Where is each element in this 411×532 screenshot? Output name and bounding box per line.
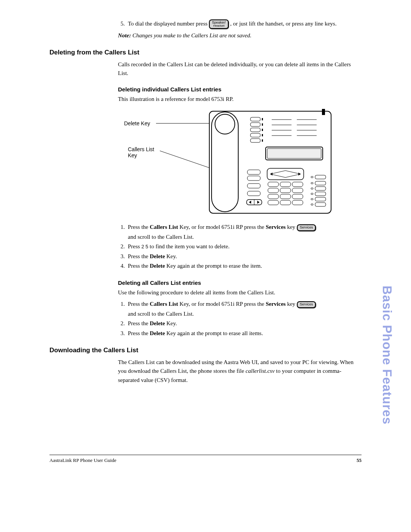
bold: Delete bbox=[150, 253, 165, 259]
heading-all: Deleting all Callers List entries bbox=[118, 280, 362, 286]
deleting-body: Calls recorded in the Callers List can b… bbox=[118, 60, 362, 339]
svg-rect-55 bbox=[315, 197, 326, 201]
svg-rect-31 bbox=[247, 191, 260, 196]
indiv-step-2: 2. Press 2 5 to find the item you want t… bbox=[118, 242, 362, 252]
heading-deleting: Deleting from the Callers List bbox=[49, 49, 362, 56]
all-step-1: 1. Press the Callers List Key, or for mo… bbox=[118, 299, 362, 319]
step-body: Press the Callers List Key, or for model… bbox=[128, 299, 362, 319]
svg-rect-15 bbox=[262, 129, 263, 131]
text: Key. bbox=[165, 253, 177, 259]
svg-rect-39 bbox=[280, 188, 291, 193]
text: Use the following procedure to delete al… bbox=[118, 288, 362, 297]
svg-rect-16 bbox=[262, 134, 263, 136]
text: Press the bbox=[128, 253, 150, 259]
step-number: 2. bbox=[118, 319, 125, 329]
svg-rect-12 bbox=[250, 139, 260, 142]
bold: Delete bbox=[150, 320, 165, 326]
bold: Delete bbox=[150, 263, 165, 269]
label-callers-list: Callers List Key bbox=[128, 146, 154, 158]
step-number: 3. bbox=[118, 329, 125, 339]
bold: Services bbox=[266, 301, 285, 307]
label-line1: Callers List bbox=[128, 146, 154, 152]
step-number: 3. bbox=[118, 252, 125, 262]
svg-rect-9 bbox=[250, 123, 260, 126]
step-number: 4. bbox=[118, 261, 125, 271]
svg-rect-38 bbox=[268, 188, 279, 193]
bold: Delete bbox=[150, 330, 165, 336]
footer-doc-title: AastraLink RP Phone User Guide bbox=[49, 457, 116, 463]
text: This illustration is a reference for mod… bbox=[118, 95, 362, 104]
speaker-headset-button-icon: Speaker/ Headset bbox=[209, 19, 229, 29]
heading-download: Downloading the Callers List bbox=[49, 347, 362, 354]
bold: Services bbox=[266, 224, 285, 230]
indiv-step-4: 4. Press the Delete Key again at the pro… bbox=[118, 261, 362, 271]
all-step-3: 3. Press the Delete Key again at the pro… bbox=[118, 329, 362, 339]
svg-point-6 bbox=[215, 114, 235, 134]
svg-line-2 bbox=[160, 151, 213, 169]
svg-rect-35 bbox=[268, 182, 279, 187]
svg-rect-54 bbox=[315, 192, 326, 196]
text: , or just lift the handset, or press any… bbox=[230, 21, 337, 27]
download-paragraph: The Callers List can be downloaded using… bbox=[118, 358, 362, 385]
text: and scroll to the Callers List. bbox=[128, 234, 194, 240]
svg-rect-13 bbox=[262, 118, 263, 120]
step-5-block: 5. To dial the displayed number press Sp… bbox=[118, 19, 362, 40]
svg-point-57 bbox=[311, 176, 313, 178]
btn-text: Services bbox=[300, 226, 313, 229]
bold: Callers List bbox=[150, 224, 178, 230]
svg-rect-30 bbox=[247, 184, 260, 188]
text: Press the bbox=[128, 224, 150, 230]
text: To dial the displayed number press bbox=[128, 21, 209, 27]
svg-rect-56 bbox=[315, 203, 326, 206]
step-body: Press the Delete Key. bbox=[128, 319, 362, 329]
svg-point-58 bbox=[311, 182, 313, 184]
text: Key, or for model 6751i RP press the bbox=[178, 224, 266, 230]
filename: callerlist.csv bbox=[245, 368, 274, 374]
svg-point-59 bbox=[311, 188, 313, 189]
text: key bbox=[286, 224, 295, 230]
indiv-step-1: 1. Press the Callers List Key, or for mo… bbox=[118, 222, 362, 242]
text: key bbox=[286, 301, 295, 307]
svg-rect-41 bbox=[268, 194, 279, 199]
heading-indiv: Deleting individual Callers List entries bbox=[118, 86, 362, 93]
svg-point-61 bbox=[311, 198, 313, 200]
btn-text: Services bbox=[300, 303, 313, 306]
svg-rect-29 bbox=[247, 176, 260, 181]
download-body: The Callers List can be downloaded using… bbox=[118, 358, 362, 385]
step-number: 1. bbox=[118, 222, 125, 242]
svg-rect-11 bbox=[250, 133, 260, 137]
note: Note: Changes you make to the Callers Li… bbox=[118, 31, 362, 40]
svg-rect-36 bbox=[280, 182, 291, 187]
text: Key, or for model 6751i RP press the bbox=[178, 301, 266, 307]
bold: Callers List bbox=[150, 301, 178, 307]
svg-rect-52 bbox=[315, 181, 326, 185]
text: to find the item you want to delete. bbox=[148, 243, 230, 249]
text: Press bbox=[128, 243, 141, 249]
all-step-2: 2. Press the Delete Key. bbox=[118, 319, 362, 329]
note-label: Note: bbox=[118, 32, 131, 38]
phone-illustration: Delete Key Callers List Key bbox=[118, 109, 362, 219]
svg-rect-43 bbox=[292, 194, 303, 199]
indiv-step-3: 3. Press the Delete Key. bbox=[118, 252, 362, 262]
step-body: Press the Callers List Key, or for model… bbox=[128, 222, 362, 242]
text: Press the bbox=[128, 263, 150, 269]
btn-line2: Headset bbox=[212, 24, 226, 27]
svg-rect-27 bbox=[267, 149, 321, 158]
text: Calls recorded in the Callers List can b… bbox=[118, 60, 362, 78]
services-button-icon: Services bbox=[297, 224, 316, 231]
text: Press the bbox=[128, 301, 150, 307]
svg-rect-8 bbox=[250, 117, 260, 121]
note-text: Changes you make to the Callers List are… bbox=[132, 32, 252, 38]
step-number: 1. bbox=[118, 299, 125, 319]
text: Key. bbox=[165, 320, 177, 326]
label-line2: Key bbox=[128, 152, 137, 158]
step-5: 5. To dial the displayed number press Sp… bbox=[118, 19, 362, 29]
arrow-keys-text: 2 5 bbox=[141, 244, 148, 249]
svg-rect-14 bbox=[262, 123, 263, 126]
page-number: 55 bbox=[357, 457, 362, 463]
svg-rect-44 bbox=[268, 200, 279, 205]
services-button-icon: Services bbox=[297, 301, 316, 308]
step-body: Press the Delete Key again at the prompt… bbox=[128, 329, 362, 339]
footer: AastraLink RP Phone User Guide 55 bbox=[49, 455, 362, 463]
text: Press the bbox=[128, 330, 150, 336]
